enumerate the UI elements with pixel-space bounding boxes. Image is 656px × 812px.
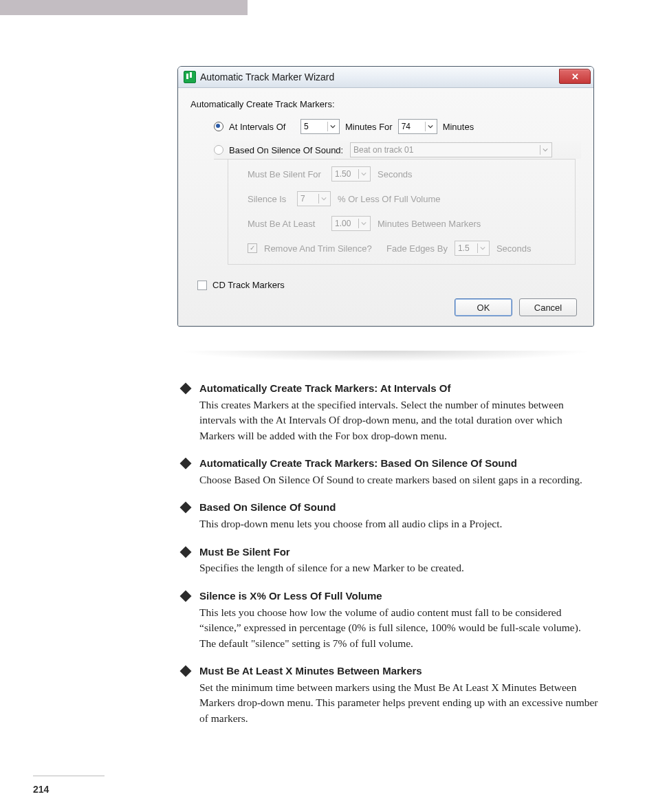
fade-edges-label: Fade Edges By <box>386 243 448 254</box>
ok-label: OK <box>477 303 490 313</box>
dialog-shadow <box>177 351 593 362</box>
check-icon: ✓ <box>250 245 255 252</box>
list-item: Automatically Create Track Markers: At I… <box>179 381 600 443</box>
based-on-silence-label: Based On Silence Of Sound: <box>229 145 345 155</box>
at-intervals-value: 5 <box>304 122 325 131</box>
dialog-buttons: OK Cancel <box>190 298 581 316</box>
cancel-button[interactable]: Cancel <box>519 298 577 316</box>
bullet-icon <box>180 590 192 602</box>
fade-edges-value: 1.5 <box>458 243 474 253</box>
must-be-silent-label: Must Be Silent For <box>248 169 325 179</box>
chevron-down-icon <box>477 243 488 253</box>
entry-body: Choose Based On Silence Of Sound to crea… <box>199 472 600 487</box>
bullet-icon <box>180 665 192 677</box>
list-item: Must Be Silent For Specifies the length … <box>179 545 600 576</box>
list-item: Automatically Create Track Markers: Base… <box>179 456 600 487</box>
entry-title: Must Be At Least X Minutes Between Marke… <box>199 663 600 679</box>
page-number: 214 <box>33 784 49 795</box>
chevron-down-icon <box>540 145 550 155</box>
entry-body: Specifies the length of silence for a ne… <box>199 560 600 575</box>
app-icon <box>184 71 196 83</box>
cd-track-markers-row: CD Track Markers <box>197 280 581 290</box>
seconds-label: Seconds <box>378 169 413 179</box>
entry-title: Based On Silence Of Sound <box>199 500 600 515</box>
footer-rule <box>33 776 105 776</box>
entry-title: Automatically Create Track Markers: At I… <box>199 381 600 396</box>
must-be-silent-row: Must Be Silent For 1.50 Seconds <box>248 166 564 182</box>
silence-is-value: 7 <box>300 194 316 204</box>
page-header-bar <box>0 0 248 15</box>
list-item: Silence is X% Or Less Of Full Volume Thi… <box>179 589 600 651</box>
based-on-silence-radio[interactable] <box>214 145 223 155</box>
cancel-label: Cancel <box>534 303 562 313</box>
must-be-at-least-value: 1.00 <box>335 219 356 228</box>
chevron-down-icon <box>318 194 329 204</box>
chevron-down-icon <box>358 219 369 228</box>
at-intervals-label: At Intervals Of <box>229 122 295 132</box>
entry-body: Set the minimum time between markers usi… <box>199 680 600 726</box>
entry-body: This drop-down menu lets you choose from… <box>199 516 600 531</box>
entry-title: Automatically Create Track Markers: Base… <box>199 456 600 471</box>
dialog-title: Automatic Track Marker Wizard <box>200 72 334 83</box>
cd-track-markers-checkbox[interactable] <box>197 281 207 290</box>
must-be-silent-value: 1.50 <box>335 169 356 179</box>
at-intervals-value-combo[interactable]: 5 <box>300 119 340 134</box>
bullet-icon <box>180 502 192 514</box>
silence-is-suffix: % Or Less Of Full Volume <box>338 194 441 204</box>
at-intervals-radio[interactable] <box>214 122 223 131</box>
must-be-silent-combo[interactable]: 1.50 <box>331 166 371 182</box>
minutes-for-value: 74 <box>402 122 422 131</box>
silence-clip-combo[interactable]: Beat on track 01 <box>350 142 552 157</box>
minutes-for-label: Minutes For <box>345 122 393 132</box>
bullet-icon <box>180 458 192 470</box>
based-on-silence-row: Based On Silence Of Sound: Beat on track… <box>214 141 581 159</box>
silence-is-row: Silence Is 7 % Or Less Of Full Volume <box>248 191 564 206</box>
at-intervals-row: At Intervals Of 5 Minutes For 74 Minutes <box>214 119 581 134</box>
chevron-down-icon <box>358 169 369 179</box>
cd-track-markers-label: CD Track Markers <box>212 280 285 290</box>
entry-body: This creates Markers at the specified in… <box>199 397 600 443</box>
silence-clip-value: Beat on track 01 <box>353 145 537 155</box>
remove-trim-checkbox[interactable]: ✓ <box>248 243 257 253</box>
silence-group-wrap: Must Be Silent For 1.50 Seconds Silence … <box>214 159 576 265</box>
chevron-down-icon <box>425 122 435 131</box>
entry-body: This lets you choose how low the volume … <box>199 605 600 651</box>
bullet-icon <box>180 546 192 558</box>
must-be-at-least-combo[interactable]: 1.00 <box>331 216 371 231</box>
dialog-body: Automatically Create Track Markers: At I… <box>178 88 593 326</box>
fade-edges-combo[interactable]: 1.5 <box>455 241 490 256</box>
track-marker-wizard-dialog: Automatic Track Marker Wizard ✕ Automati… <box>177 66 594 327</box>
chevron-down-icon <box>327 122 338 131</box>
entry-title: Must Be Silent For <box>199 545 600 560</box>
close-icon: ✕ <box>571 72 579 82</box>
remove-trim-row: ✓ Remove And Trim Silence? Fade Edges By… <box>248 241 564 256</box>
silence-is-combo[interactable]: 7 <box>297 191 331 206</box>
close-button[interactable]: ✕ <box>559 69 591 84</box>
remove-trim-label: Remove And Trim Silence? <box>264 243 380 254</box>
document-content: Automatically Create Track Markers: At I… <box>179 381 600 726</box>
list-item: Based On Silence Of Sound This drop-down… <box>179 500 600 531</box>
fade-seconds-label: Seconds <box>496 243 532 254</box>
minutes-label: Minutes <box>443 122 474 132</box>
ok-button[interactable]: OK <box>455 298 512 316</box>
must-be-at-least-row: Must Be At Least 1.00 Minutes Between Ma… <box>248 216 564 231</box>
must-be-at-least-label: Must Be At Least <box>248 219 325 229</box>
dialog-titlebar: Automatic Track Marker Wizard ✕ <box>178 67 593 88</box>
must-be-at-least-suffix: Minutes Between Markers <box>378 219 481 229</box>
list-item: Must Be At Least X Minutes Between Marke… <box>179 663 600 726</box>
section-title: Automatically Create Track Markers: <box>190 99 581 109</box>
entry-title: Silence is X% Or Less Of Full Volume <box>199 589 600 604</box>
bullet-icon <box>180 383 192 395</box>
silence-options-group: Must Be Silent For 1.50 Seconds Silence … <box>228 160 576 265</box>
silence-is-label: Silence Is <box>248 194 290 204</box>
minutes-for-combo[interactable]: 74 <box>398 119 437 134</box>
